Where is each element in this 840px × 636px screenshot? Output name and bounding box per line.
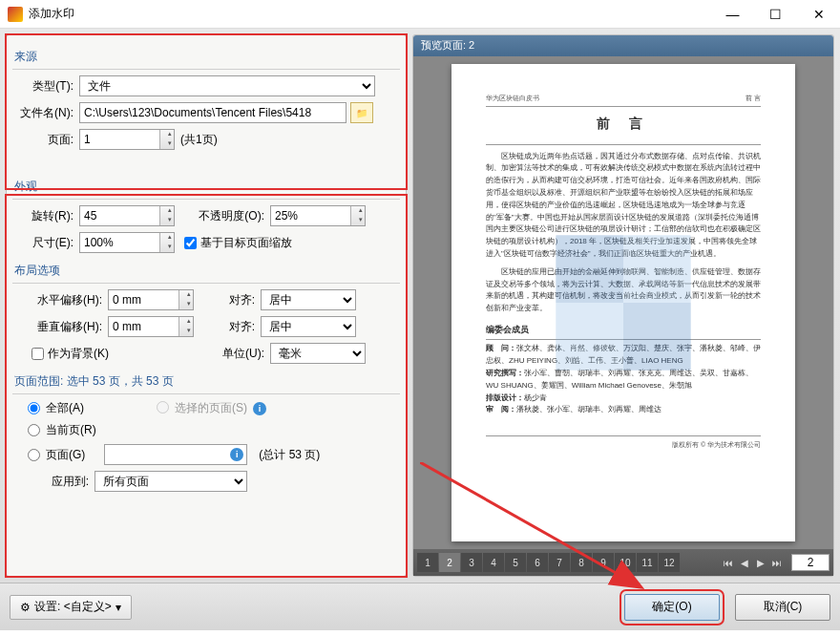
thumb-prev[interactable]: ◀ [737,558,752,568]
main-area: 来源 类型(T): 文件 文件名(N): 📁 页面: (共1页) 外观 旋转(R… [0,29,840,583]
section-pagerange: 页面范围: 选中 53 页，共 53 页 [12,370,400,394]
section-appearance: 外观 [12,175,400,200]
thumb-strip: 123456789101112 ⏮ ◀ ▶ ⏭ [413,549,833,576]
page-label: 页面: [12,132,79,148]
filename-label: 文件名(N): [12,105,79,121]
thumb-12[interactable]: 12 [659,553,680,572]
opacity-spinner[interactable] [270,205,366,226]
thumb-11[interactable]: 11 [637,553,658,572]
thumb-page-input[interactable] [791,554,830,571]
range-all-label: 全部(A) [46,400,84,416]
preview-panel: 预览页面: 2 华为区块链白皮书 前 言 前 言 区块链成为近两年热点话题，因其… [412,34,834,577]
scale-label: 尺寸(E): [12,235,79,251]
valign-label: 对齐: [203,319,261,335]
filename-input[interactable] [79,102,346,123]
thumb-6[interactable]: 6 [527,553,548,572]
halign-label: 对齐: [203,292,261,308]
doc-copyright: 版权所有 © 华为技术有限公司 [486,439,761,450]
applyto-select[interactable]: 所有页面 [94,471,247,492]
thumb-9[interactable]: 9 [593,553,614,572]
type-select[interactable]: 文件 [79,75,375,96]
applyto-label: 应用到: [28,474,94,490]
section-layout: 布局选项 [12,259,400,284]
settings-panel: 来源 类型(T): 文件 文件名(N): 📁 页面: (共1页) 外观 旋转(R… [6,34,407,577]
range-page-radio[interactable] [28,449,40,461]
thumb-7[interactable]: 7 [549,553,570,572]
doc-header-right: 前 言 [746,93,761,103]
rotate-label: 旋转(R): [12,208,79,224]
range-current-radio[interactable] [28,424,40,436]
halign-select[interactable]: 居中 [261,289,356,310]
cancel-button[interactable]: 取消(C) [735,594,830,621]
browse-button[interactable]: 📁 [350,102,373,123]
opacity-label: 不透明度(O): [184,208,270,224]
thumb-1[interactable]: 1 [417,553,438,572]
range-page-label: 页面(G) [46,447,85,463]
thumb-first[interactable]: ⏮ [721,558,736,568]
preview-header: 预览页面: 2 [413,35,833,56]
hoffset-spinner[interactable] [108,289,194,310]
range-selected-radio [157,401,169,413]
target-scale-checkbox[interactable]: 基于目标页面缩放 [184,235,292,251]
page-total: (共1页) [180,132,218,148]
chevron-down-icon: ▾ [116,601,121,614]
section-source: 来源 [12,45,400,70]
thumb-next[interactable]: ▶ [753,558,768,568]
info-icon[interactable]: i [253,402,266,415]
target-scale-cb[interactable] [184,237,197,249]
preview-page: 华为区块链白皮书 前 言 前 言 区块链成为近两年热点话题，因其通过分布式数据存… [452,64,795,541]
thumb-4[interactable]: 4 [483,553,504,572]
thumb-3[interactable]: 3 [461,553,482,572]
thumb-5[interactable]: 5 [505,553,526,572]
close-button[interactable]: ✕ [797,0,840,29]
voffset-spinner[interactable] [108,316,194,337]
preview-body: 华为区块链白皮书 前 言 前 言 区块链成为近两年热点话题，因其通过分布式数据存… [413,56,833,549]
scale-spinner[interactable] [79,232,175,253]
doc-header-left: 华为区块链白皮书 [486,93,539,103]
rotate-spinner[interactable] [79,205,175,226]
range-current-label: 当前页(R) [46,422,96,438]
background-checkbox[interactable]: 作为背景(K) [32,346,203,362]
page-spinner[interactable] [79,129,175,150]
range-page-total: (总计 53 页) [259,447,320,463]
background-cb[interactable] [32,348,44,360]
settings-dropdown[interactable]: ⚙ 设置: <自定义> ▾ [10,595,132,620]
ok-button[interactable]: 确定(O) [624,594,720,621]
gear-icon: ⚙ [20,601,31,614]
doc-title: 前 言 [486,113,761,134]
window-title: 添加水印 [29,6,711,22]
range-page-input[interactable] [104,444,247,465]
thumb-2[interactable]: 2 [439,553,460,572]
maximize-button[interactable]: ☐ [754,0,797,29]
range-all-radio[interactable] [28,402,40,414]
voffset-label: 垂直偏移(H): [12,319,108,335]
titlebar: 添加水印 — ☐ ✕ [0,0,840,29]
footer: ⚙ 设置: <自定义> ▾ 确定(O) 取消(C) [0,583,840,630]
minimize-button[interactable]: — [711,0,754,29]
doc-layoutname: 杨少青 [524,393,547,402]
thumb-last[interactable]: ⏭ [769,558,785,568]
valign-select[interactable]: 居中 [261,316,356,337]
thumb-8[interactable]: 8 [571,553,592,572]
hoffset-label: 水平偏移(H): [12,292,108,308]
unit-label: 单位(U): [203,346,270,362]
thumb-10[interactable]: 10 [615,553,636,572]
type-label: 类型(T): [12,78,79,95]
unit-select[interactable]: 毫米 [270,343,366,364]
range-selected-label: 选择的页面(S) [175,400,247,416]
app-icon [8,7,23,22]
